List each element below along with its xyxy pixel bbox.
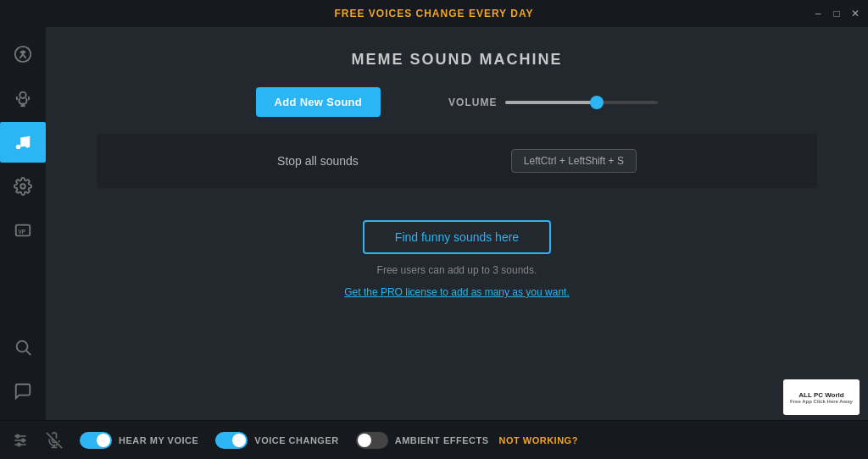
sidebar-bottom xyxy=(0,327,46,420)
minimize-button[interactable]: – xyxy=(812,8,824,19)
sidebar: VP xyxy=(0,27,46,420)
svg-point-16 xyxy=(18,443,20,445)
logo-icon xyxy=(14,45,32,64)
free-users-text: Free users can add up to 3 sounds. xyxy=(377,264,537,276)
pro-license-link[interactable]: Get the PRO license to add as many as yo… xyxy=(344,286,569,298)
ambient-effects-group: AMBIENT EFFECTS NOT WORKING? xyxy=(356,432,578,449)
app-body: VP MEME SOUND MACHINE Add New Sound xyxy=(0,27,868,420)
volume-slider[interactable] xyxy=(505,101,658,104)
sidebar-item-voice-effects[interactable] xyxy=(0,78,46,119)
stop-sounds-row: Stop all sounds LeftCtrl + LeftShift + S xyxy=(97,134,817,188)
window-controls: – □ ✕ xyxy=(812,8,861,19)
ambient-effects-knob xyxy=(358,434,371,447)
sidebar-item-chat[interactable] xyxy=(0,371,46,412)
sidebar-item-search[interactable] xyxy=(0,327,46,368)
volume-control: VOLUME xyxy=(448,97,658,108)
controls-row: Add New Sound VOLUME xyxy=(46,87,868,117)
stop-sounds-label: Stop all sounds xyxy=(277,154,359,168)
search-icon xyxy=(14,338,32,357)
voice-changer-knob xyxy=(232,434,246,447)
page-title: MEME SOUND MACHINE xyxy=(46,51,868,69)
stop-sounds-shortcut: LeftCtrl + LeftShift + S xyxy=(511,149,637,173)
find-sounds-button[interactable]: Find funny sounds here xyxy=(363,220,551,254)
find-sounds-section: Find funny sounds here Free users can ad… xyxy=(46,220,868,298)
volume-fill xyxy=(505,101,597,104)
voice-changer-label: VOICE CHANGER xyxy=(254,435,338,445)
maximize-button[interactable]: □ xyxy=(831,8,843,19)
bottom-icon-mixer[interactable] xyxy=(12,432,29,449)
svg-point-9 xyxy=(17,341,28,352)
voice-effects-icon xyxy=(14,89,32,108)
mute-mic-icon xyxy=(46,432,63,449)
svg-point-4 xyxy=(16,145,21,150)
svg-point-15 xyxy=(22,439,25,441)
music-icon xyxy=(14,133,32,152)
add-sound-button[interactable]: Add New Sound xyxy=(256,87,381,117)
voice-changer-toggle[interactable] xyxy=(215,432,248,449)
close-button[interactable]: ✕ xyxy=(849,8,861,19)
chat-icon xyxy=(14,382,32,401)
sidebar-item-logo[interactable] xyxy=(0,34,46,75)
volume-label: VOLUME xyxy=(448,97,497,108)
hear-my-voice-label: HEAR MY VOICE xyxy=(119,435,198,445)
hear-my-voice-knob xyxy=(97,434,110,447)
hear-my-voice-toggle[interactable] xyxy=(80,432,112,449)
ambient-effects-label: AMBIENT EFFECTS xyxy=(395,435,489,445)
svg-point-1 xyxy=(19,92,25,98)
voice-changer-group: VOICE CHANGER xyxy=(215,432,338,449)
volume-thumb xyxy=(590,96,604,109)
svg-point-6 xyxy=(20,184,25,189)
hear-my-voice-group: HEAR MY VOICE xyxy=(80,432,198,449)
vp-icon: VP xyxy=(14,221,32,240)
svg-line-10 xyxy=(26,351,31,355)
sidebar-item-soundboard[interactable] xyxy=(0,122,46,163)
ambient-effects-toggle[interactable] xyxy=(356,432,388,449)
mixer-icon xyxy=(12,432,29,449)
not-working-label[interactable]: NOT WORKING? xyxy=(499,435,578,445)
banner-text: FREE VOICES CHANGE EVERY DAY xyxy=(335,8,534,19)
title-bar: FREE VOICES CHANGE EVERY DAY – □ ✕ xyxy=(0,0,868,27)
settings-icon xyxy=(14,177,32,196)
svg-point-14 xyxy=(16,434,19,437)
sidebar-item-settings[interactable] xyxy=(0,166,46,207)
watermark-sub: Free App Click Here Away xyxy=(790,399,853,404)
svg-point-5 xyxy=(25,143,31,148)
sidebar-item-vp[interactable]: VP xyxy=(0,210,46,251)
watermark: ALL PC World Free App Click Here Away xyxy=(783,379,860,415)
main-content: MEME SOUND MACHINE Add New Sound VOLUME … xyxy=(46,27,868,420)
svg-text:VP: VP xyxy=(19,229,26,235)
watermark-title: ALL PC World xyxy=(798,391,843,399)
bottom-icon-mute-mic[interactable] xyxy=(46,432,63,449)
bottom-bar: HEAR MY VOICE VOICE CHANGER AMBIENT EFFE… xyxy=(0,420,868,459)
